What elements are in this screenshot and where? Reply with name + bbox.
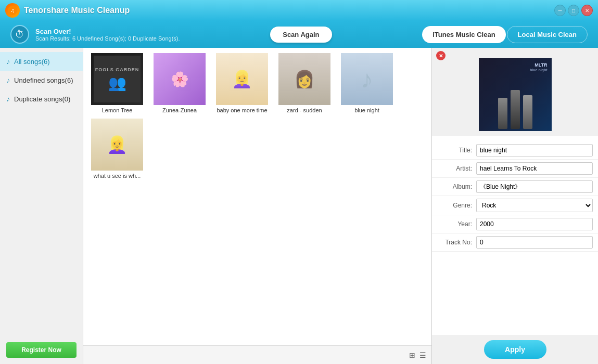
trackno-label: Track No: (437, 239, 476, 246)
scan-again-button[interactable]: Scan Again (270, 27, 332, 43)
apply-section: Apply (432, 335, 598, 364)
scan-result: Scan Results: 6 Undefined Song(s); 0 Dup… (35, 35, 180, 42)
clock-icon: ⏱ (10, 25, 29, 44)
song-title: what u see is wh... (94, 173, 141, 179)
song-title: baby one more time (217, 107, 267, 113)
sidebar-item-all-songs[interactable]: ♪ All songs(6) (0, 52, 83, 71)
genre-select[interactable]: Rock Pop Jazz Classical Hip-Hop (476, 199, 593, 212)
app-title: Tenorshare Music Cleanup (24, 6, 130, 15)
grid-view-icon[interactable]: ⊞ (409, 351, 415, 359)
title-bar: ♫ Tenorshare Music Cleanup ─ □ ✕ (0, 0, 598, 21)
song-thumbnail: FOOLS GARDEN 👥 (91, 53, 143, 105)
scan-info: ⏱ Scan Over! Scan Results: 6 Undefined S… (10, 25, 180, 44)
music-note-icon: ♪ (361, 65, 373, 94)
song-title: blue night (354, 107, 379, 113)
list-item[interactable]: 👩 zard - sudden (276, 53, 333, 113)
app-icon: ♫ (5, 3, 20, 18)
top-bar: ⏱ Scan Over! Scan Results: 6 Undefined S… (0, 21, 598, 48)
content-bottom-toolbar: ⊞ ☰ (83, 345, 431, 364)
sidebar-item-duplicate[interactable]: ♪ Duplicate songs(0) (0, 89, 83, 108)
song-thumbnail: ♪ (341, 53, 393, 105)
album-art: MLTR blue night (479, 58, 552, 131)
apply-button[interactable]: Apply (484, 340, 546, 359)
sidebar-label-duplicate: Duplicate songs(0) (14, 95, 70, 103)
note-icon-duplicate: ♪ (6, 95, 10, 103)
song-thumbnail: 👱‍♀️ (216, 53, 268, 105)
list-item[interactable]: 🌸 Zunea-Zunea (151, 53, 208, 113)
register-button[interactable]: Register Now (6, 342, 77, 358)
local-mode-button[interactable]: Local Music Clean (507, 26, 588, 43)
artist-row: Artist: (432, 160, 598, 178)
trackno-row: Track No: (432, 233, 598, 252)
album-input[interactable] (476, 180, 593, 193)
song-thumbnail: 👩 (278, 53, 330, 105)
sidebar: ♪ All songs(6) ♪ Undefined songs(6) ♪ Du… (0, 48, 83, 364)
songs-grid: FOOLS GARDEN 👥 Lemon Tree 🌸 Zunea-Zunea (83, 48, 431, 184)
album-row: Album: (432, 178, 598, 196)
close-button[interactable]: ✕ (581, 5, 593, 16)
genre-label: Genre: (437, 202, 476, 209)
content-area: FOOLS GARDEN 👥 Lemon Tree 🌸 Zunea-Zunea (83, 48, 431, 364)
title-input[interactable] (476, 144, 593, 157)
song-title: Zunea-Zunea (162, 107, 197, 113)
itunes-mode-button[interactable]: iTunes Music Clean (422, 26, 505, 43)
album-label: Album: (437, 183, 476, 190)
sidebar-item-undefined[interactable]: ♪ Undefined songs(6) (0, 71, 83, 89)
song-thumbnail: 🌸 (154, 53, 206, 105)
list-view-icon[interactable]: ☰ (419, 351, 426, 359)
maximize-button[interactable]: □ (568, 5, 579, 16)
mltr-logo: MLTR blue night (530, 62, 547, 72)
artist-input[interactable] (476, 162, 593, 175)
genre-row: Genre: Rock Pop Jazz Classical Hip-Hop (432, 196, 598, 215)
minimize-button[interactable]: ─ (554, 5, 566, 16)
list-item[interactable]: 👱‍♀️ baby one more time (213, 53, 271, 113)
year-label: Year: (437, 220, 476, 228)
list-item[interactable]: 👱‍♀️ what u see is wh... (88, 119, 146, 179)
trackno-input[interactable] (476, 236, 593, 249)
song-title: zard - sudden (287, 107, 322, 113)
title-bar-left: ♫ Tenorshare Music Cleanup (5, 3, 130, 18)
title-label: Title: (437, 147, 476, 154)
artist-label: Artist: (437, 165, 476, 172)
svg-text:♫: ♫ (10, 7, 15, 14)
list-item[interactable]: FOOLS GARDEN 👥 Lemon Tree (88, 53, 146, 113)
window-controls: ─ □ ✕ (554, 5, 593, 16)
sidebar-label-undefined: Undefined songs(6) (14, 76, 73, 84)
close-panel-button[interactable]: ✕ (436, 51, 446, 60)
note-icon-undefined: ♪ (6, 76, 10, 84)
year-row: Year: (432, 215, 598, 233)
scan-text: Scan Over! Scan Results: 6 Undefined Son… (35, 28, 180, 42)
scan-title: Scan Over! (35, 28, 180, 35)
note-icon-all: ♪ (6, 57, 10, 66)
song-title: Lemon Tree (102, 107, 133, 113)
right-panel: ✕ MLTR blue night Title: Art (431, 48, 598, 364)
main-layout: ♪ All songs(6) ♪ Undefined songs(6) ♪ Du… (0, 48, 598, 364)
sidebar-label-all: All songs(6) (14, 58, 50, 66)
title-row: Title: (432, 141, 598, 160)
year-input[interactable] (476, 218, 593, 230)
metadata-section: Title: Artist: Album: Genre: Rock Pop Ja… (432, 136, 598, 335)
list-item[interactable]: ♪ blue night (338, 53, 396, 113)
song-thumbnail: 👱‍♀️ (91, 119, 143, 171)
mode-buttons: iTunes Music Clean Local Music Clean (422, 26, 588, 43)
